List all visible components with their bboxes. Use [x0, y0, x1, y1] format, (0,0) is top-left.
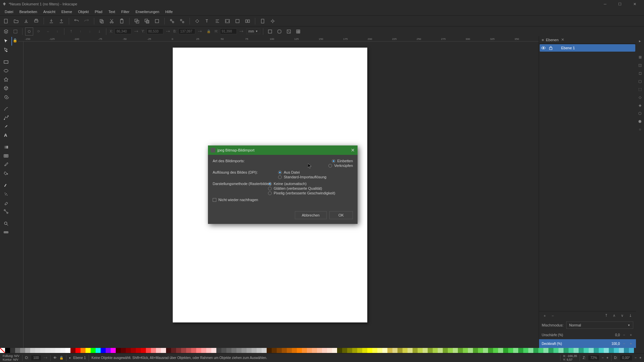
color-swatch[interactable]: [387, 348, 392, 353]
link-radio[interactable]: Verknüpfen: [328, 164, 353, 168]
node-tool[interactable]: [0, 46, 12, 54]
fill-value[interactable]: N/V: [14, 354, 19, 358]
visibility-status-icon[interactable]: 👁: [53, 356, 57, 360]
color-swatch[interactable]: [347, 348, 352, 353]
ok-button[interactable]: OK: [329, 211, 353, 219]
lock-status-icon[interactable]: 🔓: [59, 356, 63, 360]
color-swatch[interactable]: [206, 348, 211, 353]
rotate-ccw-icon[interactable]: [25, 27, 33, 36]
clone-icon[interactable]: [143, 17, 151, 25]
object-properties-icon[interactable]: [233, 17, 241, 25]
selector-tool[interactable]: [0, 37, 12, 46]
dock-item-9[interactable]: ○: [637, 126, 643, 133]
current-layer[interactable]: Ebene 1: [73, 356, 86, 360]
ruler-vertical[interactable]: [18, 42, 23, 348]
color-swatch[interactable]: [604, 348, 609, 353]
dialog-titlebar[interactable]: jpeg Bitmap-Bildimport ✕: [208, 145, 358, 155]
render-smooth-radio[interactable]: Glätten (verbesserte Qualität): [268, 186, 353, 190]
menu-datei[interactable]: Datei: [2, 9, 16, 15]
color-palette[interactable]: [0, 348, 644, 353]
move-patterns-icon[interactable]: [294, 27, 302, 36]
raise-top-icon[interactable]: ⤒: [67, 27, 75, 36]
color-swatch[interactable]: [252, 348, 257, 353]
new-document-icon[interactable]: [2, 17, 10, 25]
text-tool[interactable]: A: [0, 131, 12, 139]
color-swatch[interactable]: [503, 348, 508, 353]
opacity-value[interactable]: 100,0: [606, 342, 620, 346]
color-swatch[interactable]: [614, 348, 619, 353]
color-swatch[interactable]: [332, 348, 337, 353]
color-swatch[interactable]: [473, 348, 478, 353]
color-swatch[interactable]: [337, 348, 342, 353]
color-swatch[interactable]: [282, 348, 287, 353]
color-swatch[interactable]: [569, 348, 574, 353]
color-swatch[interactable]: [579, 348, 584, 353]
color-swatch[interactable]: [589, 348, 594, 353]
color-swatch[interactable]: [106, 348, 111, 353]
ungroup-icon[interactable]: [178, 17, 186, 25]
color-swatch[interactable]: [156, 348, 161, 353]
color-swatch[interactable]: [236, 348, 241, 353]
ruler-horizontal[interactable]: -150-125-100-75-50-250255075100125150175…: [18, 36, 539, 42]
close-button[interactable]: ✕: [627, 0, 642, 8]
cancel-button[interactable]: Abbrechen: [295, 211, 327, 219]
color-swatch[interactable]: [382, 348, 387, 353]
color-swatch[interactable]: [60, 348, 65, 353]
color-swatch[interactable]: [453, 348, 458, 353]
dock-item-5[interactable]: ◇: [637, 94, 643, 101]
default-res-radio[interactable]: Standard-Importauflösung: [278, 175, 353, 179]
color-swatch[interactable]: [533, 348, 538, 353]
snap-toggle-icon[interactable]: 🔒: [12, 38, 18, 43]
cut-icon[interactable]: [108, 17, 116, 25]
color-swatch[interactable]: [352, 348, 357, 353]
color-swatch[interactable]: [468, 348, 473, 353]
dock-item-3[interactable]: ▢: [637, 78, 643, 84]
copy-icon[interactable]: [98, 17, 106, 25]
color-swatch[interactable]: [30, 348, 35, 353]
zoom-minus-icon[interactable]: −: [602, 356, 604, 360]
color-swatch[interactable]: [186, 348, 191, 353]
text-icon[interactable]: T: [203, 17, 211, 25]
scale-corners-icon[interactable]: [275, 27, 283, 36]
color-swatch[interactable]: [609, 348, 614, 353]
maximize-button[interactable]: ☐: [612, 0, 627, 8]
open-document-icon[interactable]: [12, 17, 20, 25]
color-swatch[interactable]: [25, 348, 30, 353]
color-swatch[interactable]: [433, 348, 438, 353]
color-swatch[interactable]: [181, 348, 186, 353]
dont-ask-checkbox[interactable]: Nicht wieder nachfragen: [213, 198, 258, 202]
color-swatch[interactable]: [443, 348, 448, 353]
flip-h-icon[interactable]: ↔: [44, 27, 52, 36]
color-swatch[interactable]: [96, 348, 101, 353]
color-swatch[interactable]: [397, 348, 402, 353]
y-field[interactable]: [147, 28, 163, 34]
layer-bottom-icon[interactable]: ⤓: [627, 313, 633, 319]
color-swatch[interactable]: [342, 348, 347, 353]
color-swatch[interactable]: [488, 348, 493, 353]
color-swatch[interactable]: [528, 348, 533, 353]
layer-down-icon[interactable]: ∨: [619, 313, 625, 319]
color-swatch[interactable]: [297, 348, 302, 353]
color-swatch[interactable]: [65, 348, 70, 353]
color-swatch[interactable]: [302, 348, 307, 353]
color-swatch[interactable]: [448, 348, 453, 353]
color-swatch[interactable]: [10, 348, 15, 353]
layers-tab[interactable]: ≡ Ebenen ✕: [539, 36, 636, 44]
zoom-plus-icon[interactable]: +: [606, 356, 608, 360]
tweak-tool[interactable]: [0, 181, 12, 190]
color-swatch[interactable]: [357, 348, 362, 353]
dock-item-2[interactable]: ◻: [637, 70, 643, 76]
rot-minus-icon[interactable]: −: [635, 356, 637, 360]
opacity-status-value[interactable]: 100: [31, 355, 41, 360]
color-swatch[interactable]: [262, 348, 267, 353]
minimize-button[interactable]: ─: [598, 0, 612, 8]
opacity-minus-icon[interactable]: −: [622, 342, 627, 346]
dock-item-6[interactable]: ◈: [637, 102, 643, 109]
lock-icon[interactable]: [548, 46, 553, 50]
render-pixel-radio[interactable]: Pixelig (verbesserte Geschwindigkeit): [268, 191, 353, 195]
group-icon[interactable]: [168, 17, 176, 25]
color-swatch[interactable]: [594, 348, 599, 353]
color-swatch[interactable]: [211, 348, 216, 353]
raise-icon[interactable]: ↑: [76, 27, 85, 36]
duplicate-icon[interactable]: [133, 17, 141, 25]
